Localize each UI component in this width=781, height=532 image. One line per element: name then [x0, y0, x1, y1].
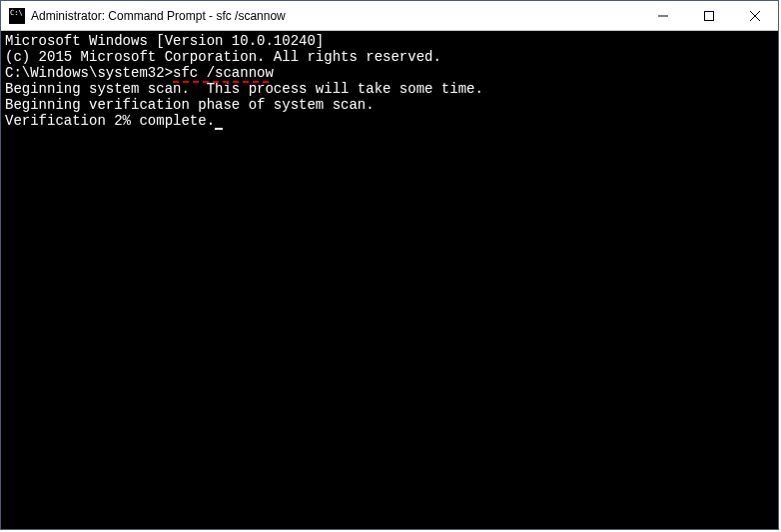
- minimize-button[interactable]: [640, 1, 686, 30]
- output-line: Verification 2% complete.: [5, 113, 215, 129]
- terminal-output[interactable]: Microsoft Windows [Version 10.0.10240](c…: [1, 31, 778, 529]
- red-underline-annotation: [173, 81, 269, 83]
- output-line: Beginning verification phase of system s…: [5, 97, 774, 113]
- window-controls: [640, 1, 778, 30]
- svg-rect-1: [705, 11, 714, 20]
- titlebar[interactable]: Administrator: Command Prompt - sfc /sca…: [1, 1, 778, 31]
- output-line: Microsoft Windows [Version 10.0.10240]: [5, 33, 774, 49]
- command-prompt-window: Administrator: Command Prompt - sfc /sca…: [0, 0, 779, 530]
- close-button[interactable]: [732, 1, 778, 30]
- text-cursor: [215, 128, 223, 130]
- prompt-path: C:\Windows\system32>: [5, 65, 173, 81]
- output-line: (c) 2015 Microsoft Corporation. All righ…: [5, 49, 774, 65]
- output-line: Beginning system scan. This process will…: [5, 81, 774, 97]
- maximize-button[interactable]: [686, 1, 732, 30]
- cmd-icon: [9, 8, 25, 24]
- command-text: sfc /scannow: [173, 65, 274, 81]
- window-title: Administrator: Command Prompt - sfc /sca…: [31, 9, 640, 23]
- prompt-line: C:\Windows\system32>sfc /scannow: [5, 65, 274, 81]
